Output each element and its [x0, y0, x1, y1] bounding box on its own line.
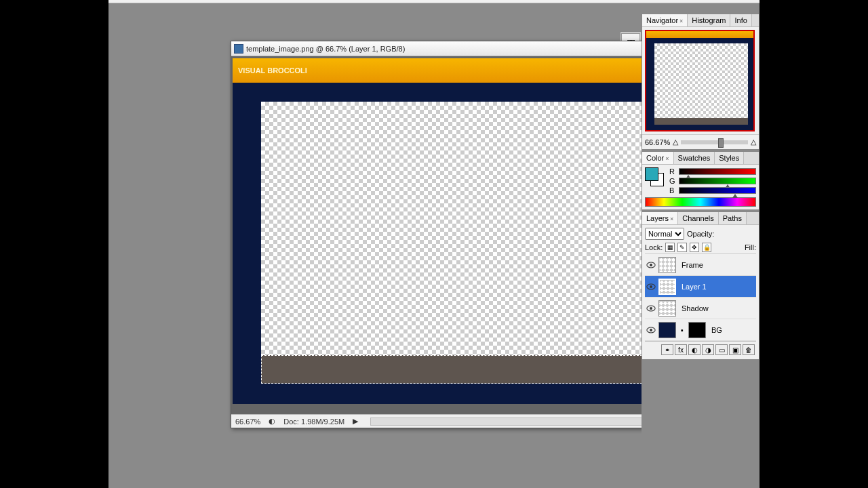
panel-dock: Navigator× Histogram Info 66.67% △ △ — [642, 14, 760, 488]
document-icon — [234, 44, 243, 54]
color-spectrum[interactable] — [645, 197, 756, 207]
mask-thumbnail[interactable] — [688, 322, 706, 338]
color-panel: Color× Swatches Styles R G B — [642, 151, 760, 210]
fill-label: Fill: — [745, 243, 756, 251]
svg-point-3 — [650, 285, 652, 288]
canvas-area[interactable]: VISUAL BROCCOLI — [231, 56, 711, 415]
lock-paint-icon[interactable]: ✎ — [677, 243, 687, 252]
layer-name[interactable]: Frame — [679, 261, 755, 269]
svg-point-5 — [650, 307, 652, 310]
layer-thumbnail[interactable] — [658, 257, 676, 273]
r-label: R — [669, 167, 676, 176]
tab-navigator[interactable]: Navigator× — [642, 14, 688, 26]
layer-row[interactable]: Shadow — [645, 298, 756, 319]
canvas-brand-band: VISUAL BROCCOLI — [233, 58, 699, 83]
lock-all-icon[interactable]: 🔒 — [702, 243, 711, 252]
visibility-eye-icon[interactable] — [646, 304, 656, 313]
trash-icon[interactable]: 🗑 — [743, 344, 755, 355]
tab-paths[interactable]: Paths — [719, 212, 747, 224]
svg-point-1 — [650, 264, 652, 266]
tab-layers[interactable]: Layers× — [642, 212, 678, 224]
tab-styles[interactable]: Styles — [715, 152, 744, 164]
canvas[interactable]: VISUAL BROCCOLI — [233, 58, 699, 404]
layer-list: FrameLayer 1Shadow▪BG — [645, 254, 756, 341]
mask-link-icon[interactable]: ▪ — [679, 326, 686, 334]
document-titlebar[interactable]: template_image.png @ 66.7% (Layer 1, RGB… — [231, 41, 711, 56]
lock-label: Lock: — [645, 243, 663, 251]
doc-size: Doc: 1.98M/9.25M — [283, 418, 344, 426]
svg-point-7 — [650, 329, 652, 331]
b-label: B — [669, 186, 676, 195]
g-slider[interactable] — [679, 178, 756, 184]
navigator-panel: Navigator× Histogram Info 66.67% △ △ — [642, 14, 760, 150]
lock-position-icon[interactable]: ✥ — [690, 243, 699, 252]
brand-text: VISUAL BROCCOLI — [238, 66, 307, 75]
g-label: G — [669, 177, 676, 185]
layer-row[interactable]: Layer 1 — [645, 276, 756, 298]
zoom-in-icon[interactable]: △ — [751, 138, 756, 146]
visibility-eye-icon[interactable] — [646, 282, 656, 291]
options-bar — [108, 0, 760, 3]
layer-name[interactable]: Layer 1 — [679, 283, 755, 291]
r-slider[interactable] — [679, 168, 756, 175]
document-title: template_image.png @ 66.7% (Layer 1, RGB… — [246, 45, 656, 53]
play-icon[interactable]: ▶ — [353, 417, 358, 426]
link-layers-icon[interactable]: ⚭ — [661, 344, 673, 355]
lock-transparency-icon[interactable]: ▦ — [665, 243, 675, 252]
layer-name[interactable]: Shadow — [679, 304, 755, 312]
layer-row[interactable]: Frame — [645, 254, 756, 276]
canvas-transparent-region — [261, 102, 669, 384]
navigator-zoom-value[interactable]: 66.67% — [645, 138, 670, 146]
tab-color[interactable]: Color× — [642, 152, 674, 164]
zoom-out-icon[interactable]: △ — [673, 138, 678, 146]
visibility-eye-icon[interactable] — [646, 325, 656, 335]
mask-icon[interactable]: ◐ — [688, 344, 701, 355]
fg-bg-swatch[interactable] — [645, 167, 664, 186]
canvas-selection[interactable] — [261, 355, 669, 384]
tab-histogram[interactable]: Histogram — [688, 14, 730, 26]
zoom-indicator-icon[interactable]: ◐ — [269, 417, 275, 426]
tab-swatches[interactable]: Swatches — [674, 152, 715, 164]
layer-thumbnail[interactable] — [658, 279, 676, 295]
tab-info[interactable]: Info — [730, 14, 751, 26]
visibility-eye-icon[interactable] — [646, 260, 656, 270]
layers-panel: Layers× Channels Paths Normal Opacity: L… — [642, 211, 760, 360]
navigator-preview[interactable] — [645, 30, 755, 131]
layer-name[interactable]: BG — [709, 326, 755, 334]
zoom-slider[interactable] — [681, 140, 748, 144]
document-window: template_image.png @ 66.7% (Layer 1, RGB… — [231, 41, 712, 428]
blend-mode-select[interactable]: Normal — [645, 228, 684, 240]
group-icon[interactable]: ▭ — [715, 344, 728, 355]
tab-channels[interactable]: Channels — [678, 212, 718, 224]
new-layer-icon[interactable]: ▣ — [729, 344, 741, 355]
layer-row[interactable]: ▪BG — [645, 319, 756, 341]
layer-thumbnail[interactable] — [658, 322, 676, 338]
b-slider[interactable] — [679, 187, 756, 194]
opacity-label: Opacity: — [687, 230, 714, 238]
fx-icon[interactable]: fx — [675, 344, 687, 355]
zoom-value[interactable]: 66.67% — [235, 418, 260, 426]
adjustment-icon[interactable]: ◑ — [702, 344, 714, 355]
layer-thumbnail[interactable] — [658, 300, 676, 317]
document-statusbar: 66.67% ◐ Doc: 1.98M/9.25M ▶ — [231, 414, 711, 428]
